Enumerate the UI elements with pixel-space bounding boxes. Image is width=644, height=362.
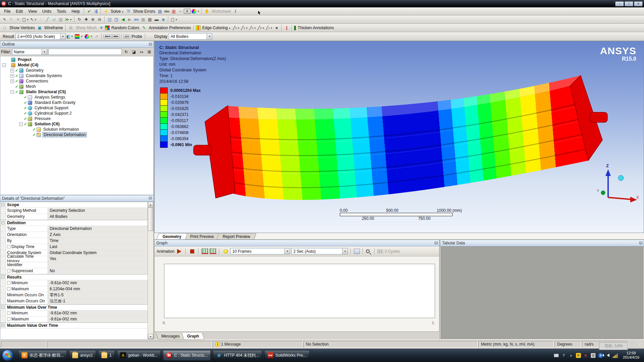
smooth-contour-button[interactable] xyxy=(84,33,93,40)
details-row[interactable]: Identifier xyxy=(0,262,153,268)
zoom-to-fit-button[interactable]: ◳ xyxy=(113,16,120,23)
details-row[interactable]: Minimum Occurs On零件1-5 xyxy=(0,292,153,298)
look-at-face-button[interactable]: ▦ xyxy=(140,16,147,23)
checkbox[interactable] xyxy=(7,281,10,285)
pin-annotation-icon[interactable]: ➤ xyxy=(272,23,281,33)
details-section-row[interactable]: −Maximum Value Over Time xyxy=(0,322,153,328)
keyboard-tray-icon[interactable] xyxy=(554,354,559,357)
tab-report-preview[interactable]: Report Preview xyxy=(217,233,256,239)
taskbar-item-workbench[interactable]: Λ geban - Workb... xyxy=(117,350,161,360)
tree-item-solution-information[interactable]: +✓Solution Information xyxy=(0,127,153,132)
kugou-tray-icon[interactable]: K xyxy=(576,353,581,358)
expand-expander[interactable]: + xyxy=(10,69,14,72)
solve-ready-icon[interactable]: ✔ xyxy=(86,8,93,15)
expand-expander[interactable]: + xyxy=(10,74,14,78)
tray-expand-icon[interactable]: ▲ xyxy=(569,353,574,358)
menu-tools[interactable]: Tools xyxy=(54,8,69,14)
details-row[interactable]: GeometryAll Bodies xyxy=(0,214,153,220)
face-filter-button[interactable]: ▱ xyxy=(51,16,57,23)
tag-button[interactable]: ◈ xyxy=(160,16,167,23)
pen-direction-2-button[interactable]: ╱2 xyxy=(249,24,257,31)
extend-selection-button[interactable]: ≫ xyxy=(64,16,73,23)
text-annotation-icon[interactable]: A xyxy=(184,9,191,14)
details-row[interactable]: ByTime xyxy=(0,238,153,244)
details-row[interactable]: OrientationZ Axis xyxy=(0,232,153,238)
manage-views-button[interactable]: ▤ xyxy=(147,16,153,23)
scroll-down-icon[interactable] xyxy=(148,334,153,339)
solve-process-settings-icon[interactable]: ⇶ xyxy=(93,8,99,15)
tree-item-cylindrical-support[interactable]: +✓Cylindrical Support xyxy=(0,105,153,111)
tab-messages[interactable]: Messages xyxy=(156,333,185,340)
details-scrollbar[interactable] xyxy=(148,202,153,340)
show-vertices-button[interactable]: Show Vertices xyxy=(8,25,36,30)
collapse-expander[interactable]: − xyxy=(10,90,14,94)
rotate-button[interactable]: ↻ xyxy=(76,16,83,23)
graph-plot[interactable] xyxy=(164,264,435,318)
pan-button[interactable]: ✚ xyxy=(83,16,90,23)
solve-button[interactable]: Solve xyxy=(109,9,125,14)
pen-direction-1-button[interactable]: ╱1 xyxy=(240,24,249,31)
duration-select[interactable]: 2 Sec (Auto) xyxy=(291,248,348,254)
select-cursor-button[interactable]: ↖ xyxy=(30,16,37,23)
details-row-suppressed[interactable]: SuppressedNo xyxy=(0,268,153,274)
expand-on-refresh-icon[interactable]: ↦ xyxy=(138,49,145,55)
tree-item-standard-earth-gravity[interactable]: +✓Standard Earth Gravity xyxy=(0,100,153,105)
show-mesh-button[interactable]: Show Mesh xyxy=(74,25,98,30)
clear-filter-icon[interactable]: ◪ xyxy=(130,49,137,55)
dropdown-arrow-icon[interactable] xyxy=(342,248,347,254)
ruler-button[interactable]: ▬ xyxy=(153,16,160,23)
dropdown-arrow-icon[interactable] xyxy=(60,34,65,39)
tree-item-project[interactable]: +✓Project xyxy=(0,57,153,62)
collapse-expander[interactable]: − xyxy=(19,122,23,126)
menu-help[interactable]: Help xyxy=(69,8,83,14)
stop-button[interactable] xyxy=(190,249,194,253)
dropdown-arrow-icon[interactable] xyxy=(42,49,47,55)
chart-icon[interactable]: ▥ xyxy=(170,8,177,15)
status-angle-segment[interactable]: Degrees xyxy=(554,341,581,348)
edge-filter-button[interactable]: ╱ xyxy=(44,16,51,23)
status-message-segment[interactable]: i 1 Message xyxy=(213,341,303,348)
geometry-display-button[interactable]: ◧ xyxy=(66,33,74,40)
frames-select[interactable]: 10 Frames xyxy=(230,248,290,254)
show-errors-button[interactable]: Show Errors xyxy=(132,9,157,14)
taskbar-clock[interactable]: 12:58 2014/4/16 xyxy=(620,351,642,360)
previous-view-button[interactable]: ◀ xyxy=(120,16,126,23)
minimize-button[interactable]: − xyxy=(615,1,624,6)
tree-item-coordinate-systems[interactable]: +✓Coordinate Systems xyxy=(0,73,153,78)
pen-direction-3-button[interactable]: ╱3 xyxy=(257,24,265,31)
contour-bands-button[interactable] xyxy=(74,33,84,40)
scroll-up-icon[interactable] xyxy=(148,202,153,207)
spellcheck-icon[interactable]: Abc xyxy=(163,8,170,15)
checkbox[interactable] xyxy=(7,287,10,291)
tree-item-cylindrical-support-2[interactable]: +✓Cylindrical Support 2 xyxy=(0,111,153,116)
body-filter-button[interactable]: ▧ xyxy=(57,16,64,23)
details-row[interactable]: Calculate Time HistoryYes xyxy=(0,256,153,262)
export-video-button[interactable] xyxy=(354,249,360,254)
details-section-row[interactable]: −Results xyxy=(0,274,153,280)
tree-item-geometry[interactable]: +✓Geometry xyxy=(0,68,153,73)
menu-units[interactable]: Units xyxy=(40,8,54,14)
random-colors-button[interactable]: Random Colors xyxy=(110,25,141,30)
checkbox[interactable] xyxy=(7,317,10,321)
tree-item-directional-deformation[interactable]: +✓Directional Deformation xyxy=(0,132,153,137)
select-mode-button[interactable]: ▢ xyxy=(21,16,30,23)
details-section-row[interactable]: −Definition xyxy=(0,220,153,226)
scoped-bodies-arrow-icon[interactable]: ↗ xyxy=(93,33,100,40)
next-view-button[interactable]: ▶ xyxy=(126,16,133,23)
tree-item-solution[interactable]: −✓Solution (C6) xyxy=(0,121,153,127)
expand-expander[interactable]: + xyxy=(10,79,14,83)
feather-icon[interactable]: ✑ xyxy=(177,8,184,15)
dropdown-arrow-icon[interactable] xyxy=(207,34,212,39)
volume-tray-icon[interactable] xyxy=(605,353,610,358)
menu-view[interactable]: View xyxy=(25,8,40,14)
axes-star-icon[interactable]: ✳ xyxy=(98,24,105,31)
tree-item-static-structural[interactable]: −✓Static Structural (C5) xyxy=(0,89,153,95)
details-row-maximum-over-time[interactable]: Maximum-9.61e-002 mm xyxy=(0,316,153,322)
show-max-button[interactable]: MAX xyxy=(103,34,112,39)
probe-button[interactable]: Probe xyxy=(130,34,144,39)
wireframe-button[interactable]: Wireframe xyxy=(43,25,64,30)
details-row[interactable]: Scoping MethodGeometry Selection xyxy=(0,208,153,214)
tree-item-connections[interactable]: +✓Connections xyxy=(0,78,153,84)
pick-cursor-icon[interactable]: ↖ xyxy=(1,16,8,23)
viewports-button[interactable]: ▢ xyxy=(170,16,178,23)
